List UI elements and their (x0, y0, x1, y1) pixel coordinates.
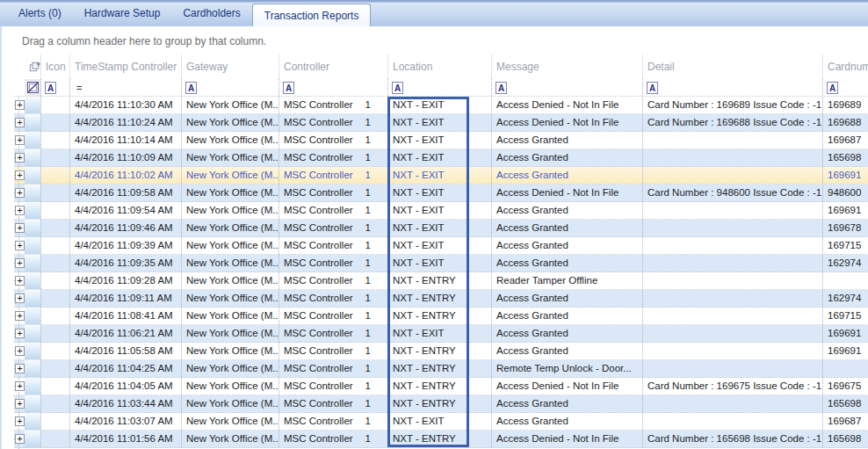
cell-message: Remote Temp Unlock - Door... (492, 360, 643, 377)
cell-icon (41, 237, 70, 254)
text-filter-icon[interactable]: A (495, 82, 507, 94)
cell-icon (41, 167, 70, 184)
expand-row-button[interactable]: + (15, 416, 25, 426)
expand-row-button[interactable]: + (15, 241, 25, 250)
filter-cell-controller[interactable]: A (279, 79, 388, 96)
expand-row-button[interactable]: + (15, 170, 25, 180)
text-filter-icon[interactable]: A (392, 82, 403, 94)
expand-row-button[interactable]: + (15, 293, 25, 303)
table-row[interactable]: + 4/4/2016 11:06:21 AM New York Office (… (14, 325, 868, 343)
row-expander-cell: + (14, 114, 25, 131)
column-header-timestamp[interactable]: TimeStamp Controller (70, 54, 182, 79)
expand-row-button[interactable]: + (15, 188, 25, 198)
table-row[interactable]: + 4/4/2016 11:09:35 AM New York Office (… (14, 255, 868, 272)
text-filter-icon[interactable]: A (185, 82, 197, 94)
filter-cell-message[interactable]: A (492, 79, 643, 96)
expand-row-button[interactable]: + (15, 346, 25, 356)
cell-cardnum: 169675 (823, 378, 868, 395)
text-filter-icon[interactable]: A (45, 82, 56, 94)
cell-detail (643, 132, 823, 148)
column-header-cardnum[interactable]: Cardnum (823, 54, 868, 79)
text-filter-icon[interactable]: A (827, 82, 838, 94)
cell-gateway: New York Office (M... (182, 220, 279, 236)
cell-location: NXT - EXIT (388, 237, 492, 254)
transactions-grid: Icon TimeStamp Controller Gateway Contro… (2, 54, 868, 449)
expand-row-button[interactable]: + (15, 100, 25, 110)
row-expander-cell: + (14, 431, 25, 447)
expand-row-button[interactable]: + (15, 153, 25, 163)
filter-cell-gateway[interactable]: A (182, 79, 279, 96)
table-row[interactable]: + 4/4/2016 11:10:09 AM New York Office (… (14, 149, 868, 167)
cell-location: NXT - ENTRY (388, 431, 492, 447)
tab-cardholders[interactable]: Cardholders (171, 0, 251, 26)
text-filter-icon[interactable]: A (283, 82, 294, 94)
table-row[interactable]: + 4/4/2016 11:09:28 AM New York Office (… (14, 272, 868, 290)
expand-row-button[interactable]: + (15, 434, 25, 444)
cell-timestamp: 4/4/2016 11:10:24 AM (70, 114, 182, 131)
controller-number: 1 (365, 117, 371, 127)
filter-indicator[interactable] (25, 79, 41, 96)
expand-row-button[interactable]: + (15, 258, 25, 268)
expand-row-button[interactable]: + (15, 223, 25, 233)
equals-operator-icon[interactable]: = (74, 83, 82, 93)
expand-row-button[interactable]: + (15, 135, 25, 145)
controller-name: MSC Controller (284, 240, 353, 250)
cell-detail (643, 360, 823, 377)
table-row[interactable]: + 4/4/2016 11:04:05 AM New York Office (… (14, 378, 868, 395)
table-row[interactable]: + 4/4/2016 11:10:14 AM New York Office (… (14, 132, 868, 149)
cell-controller: MSC Controller1 (279, 308, 388, 324)
tab-hardware-setup[interactable]: Hardware Setup (73, 0, 172, 26)
row-indicator-cell (25, 255, 41, 272)
tab-transaction-reports[interactable]: Transaction Reports (252, 4, 372, 26)
table-row[interactable]: + 4/4/2016 11:09:39 AM New York Office (… (14, 237, 868, 255)
filter-cell-cardnum[interactable]: A (823, 79, 868, 96)
cell-cardnum: 165698 (823, 431, 868, 447)
cell-cardnum: 165698 (823, 395, 868, 412)
column-header-detail[interactable]: Detail (643, 54, 823, 79)
cell-controller: MSC Controller1 (279, 325, 388, 342)
column-header-gateway[interactable]: Gateway (182, 54, 279, 79)
filter-cell-detail[interactable]: A (643, 79, 823, 96)
column-header-location[interactable]: Location (388, 54, 492, 79)
table-row[interactable]: + 4/4/2016 11:09:58 AM New York Office (… (14, 185, 868, 202)
cell-icon (41, 343, 70, 359)
cell-gateway: New York Office (M... (182, 378, 279, 395)
filter-cell-icon[interactable]: A (41, 79, 70, 96)
table-row[interactable]: + 4/4/2016 11:08:41 AM New York Office (… (14, 308, 868, 325)
table-row[interactable]: + 4/4/2016 11:09:46 AM New York Office (… (14, 220, 868, 237)
expand-row-button[interactable]: + (15, 276, 25, 286)
expand-row-button[interactable]: + (15, 311, 25, 321)
row-indicator (25, 308, 40, 324)
expand-row-button[interactable]: + (15, 206, 25, 215)
expand-row-button[interactable]: + (15, 118, 25, 127)
table-row[interactable]: + 4/4/2016 11:09:11 AM New York Office (… (14, 290, 868, 308)
filter-cell-timestamp[interactable]: = (70, 79, 182, 96)
text-filter-icon[interactable]: A (647, 82, 658, 94)
row-expander-cell: + (14, 149, 25, 166)
table-row[interactable]: + 4/4/2016 11:09:54 AM New York Office (… (14, 202, 868, 220)
table-row[interactable]: + 4/4/2016 11:01:56 AM New York Office (… (14, 431, 868, 448)
controller-name: MSC Controller (284, 293, 353, 303)
table-row[interactable]: + 4/4/2016 11:03:44 AM New York Office (… (14, 395, 868, 413)
expand-row-button[interactable]: + (15, 381, 25, 391)
cell-controller: MSC Controller1 (279, 290, 388, 307)
cell-cardnum: 169691 (823, 325, 868, 342)
cell-location: NXT - EXIT (388, 149, 492, 166)
expand-row-button[interactable]: + (15, 399, 25, 409)
expand-row-button[interactable]: + (15, 364, 25, 373)
column-header-icon[interactable]: Icon (41, 54, 70, 79)
group-by-drop-area[interactable]: Drag a column header here to group by th… (22, 35, 266, 47)
table-row[interactable]: + 4/4/2016 11:04:25 AM New York Office (… (14, 360, 868, 378)
column-header-message[interactable]: Message (492, 54, 643, 79)
tab-alerts[interactable]: Alerts (0) (7, 0, 73, 26)
expand-row-button[interactable]: + (15, 329, 25, 338)
row-expander-cell: + (14, 413, 25, 430)
column-header-controller[interactable]: Controller (279, 54, 388, 79)
header-indicator[interactable] (25, 54, 41, 79)
table-row[interactable]: + 4/4/2016 11:10:30 AM New York Office (… (14, 97, 868, 114)
table-row[interactable]: + 4/4/2016 11:10:24 AM New York Office (… (14, 114, 868, 132)
table-row[interactable]: + 4/4/2016 11:03:07 AM New York Office (… (14, 413, 868, 431)
table-row[interactable]: + 4/4/2016 11:10:02 AM New York Office (… (14, 167, 868, 185)
table-row[interactable]: + 4/4/2016 11:05:58 AM New York Office (… (14, 343, 868, 360)
filter-cell-location[interactable]: A (388, 79, 492, 96)
